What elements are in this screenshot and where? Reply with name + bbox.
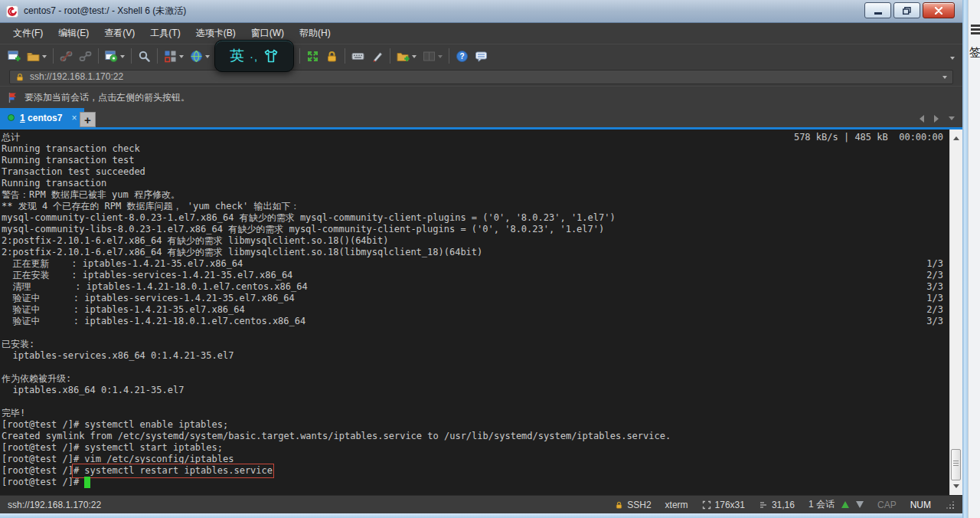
chevron-down-icon [412,55,416,61]
fullscreen-icon [306,50,319,63]
search-icon [138,50,151,63]
properties-icon [105,50,118,63]
scrollbar-thumb[interactable] [951,449,961,480]
ime-skin-icon[interactable] [263,48,279,64]
scroll-to-top-button[interactable] [841,501,849,508]
tiles-icon [164,50,177,63]
globe-icon [190,50,203,63]
window-controls [864,2,955,18]
arrange-windows-button[interactable] [161,46,187,66]
scroll-to-bottom-button[interactable] [856,501,864,508]
disconnect-icon [60,50,73,63]
layout-button[interactable] [420,46,446,66]
tab-label: centos7 [28,113,62,123]
help-button[interactable]: ? [452,46,472,66]
new-tab-button[interactable]: + [80,112,96,127]
status-bar: ssh://192.168.1.170:22 SSH2 xterm 176x31… [0,495,962,513]
scroll-down-icon[interactable] [953,484,959,491]
terminal-line: [root@test /]# systemctl start iptables; [2,442,946,454]
resize-icon [702,500,711,510]
close-button[interactable] [923,2,955,18]
chevron-down-icon [42,55,47,61]
screen: centos7 - root@test:/ - Xshell 6 (未激活) 文… [0,0,980,518]
terminal-scrollbar[interactable] [949,130,962,495]
restore-icon [903,7,911,15]
toolbar: ? [0,44,962,67]
web-browser-button[interactable] [187,46,213,66]
chevron-down-icon [438,55,443,61]
terminal-line: 警告：RPM 数据库已被非 yum 程序修改。 [2,189,946,201]
layout-icon [423,50,436,63]
new-session-button[interactable] [5,46,24,66]
svg-text:?: ? [459,52,464,61]
terminal-line [2,362,946,373]
terminal-line [2,327,946,339]
terminal-line: ** 发现 4 个已存在的 RPM 数据库问题， 'yum check' 输出如… [2,201,946,212]
disconnect-button[interactable] [57,46,76,66]
terminal-line: Created symlink from /etc/systemd/system… [2,431,946,442]
tab-centos7[interactable]: 1 centos7 × [0,108,84,127]
terminal-line: 验证中 : iptables-1.4.21-18.0.1.el7.centos.… [2,316,946,327]
address-bar[interactable]: ssh://192.168.1.170:22 [9,70,953,84]
terminal-line: 已安装: [2,339,946,350]
menu-tools[interactable]: 工具(T) [143,24,187,43]
info-bar: 要添加当前会话，点击左侧的箭头按钮。 [0,86,962,108]
folder-plus-icon [397,50,410,63]
terminal-line: 验证中 : iptables-services-1.4.21-35.el7.x8… [2,293,946,304]
desktop-sliver: 签 [968,0,980,518]
window-bottom-border [0,513,962,518]
tab-close-button[interactable]: × [71,113,77,123]
tab-list-button[interactable] [949,116,955,123]
desktop-edge: 签 [962,0,980,518]
address-value: ssh://192.168.1.170:22 [30,71,123,82]
open-session-button[interactable] [24,46,50,66]
new-session-icon [8,50,21,63]
virtual-keyboard-button[interactable] [348,46,368,66]
menu-view[interactable]: 查看(V) [97,24,142,43]
terminal-line: Transaction test succeeded [2,166,946,178]
menu-file[interactable]: 文件(F) [6,24,50,43]
highlight-button[interactable] [368,46,387,66]
tab-bar: 1 centos7 × + [0,108,962,130]
terminal[interactable]: 总计578 kB/s | 485 kB 00:00:00Running tran… [0,130,962,495]
terminal-line: 清理 : iptables-1.4.21-18.0.1.el7.centos.x… [2,281,946,293]
toolbar-overflow-button[interactable] [950,57,955,62]
pen-icon [371,50,384,63]
terminal-line: 验证中 : iptables-1.4.21-35.el7.x86_642/3 [2,304,946,316]
menu-help[interactable]: 帮助(H) [292,24,338,43]
reconnect-button[interactable] [76,46,95,66]
terminal-output: 总计578 kB/s | 485 kB 00:00:00Running tran… [0,130,946,488]
session-properties-button[interactable] [102,46,128,66]
feedback-button[interactable] [472,46,491,66]
status-right: SSH2 xterm 176x31 31,16 1 会话 CAP NUM [608,498,955,511]
terminal-line: [root@test /]# [2,477,946,488]
terminal-line: 正在更新 : iptables-1.4.21-35.el7.x86_641/3 [2,258,946,270]
minimize-button[interactable] [864,2,891,18]
toolbar-separator [390,48,390,64]
caps-lock-indicator: CAP [877,500,897,510]
tab-scroll-left-button[interactable] [920,115,924,123]
address-dropdown-button[interactable] [942,76,947,81]
ime-punctuation-indicator[interactable]: ·, [250,50,258,63]
full-screen-button[interactable] [303,46,322,66]
terminal-line: Running transaction test [2,155,946,166]
restore-button[interactable] [893,2,920,18]
lock-icon [615,500,623,510]
chevron-down-icon [120,55,125,61]
menu-edit[interactable]: 编辑(E) [51,24,96,43]
terminal-line: 正在安装 : iptables-services-1.4.21-35.el7.x… [2,270,946,281]
terminal-line: [root@test /]# systemctl enable iptables… [2,419,946,431]
ime-popup[interactable]: 英 ·, [214,40,294,72]
flag-icon[interactable] [8,92,18,103]
lock-screen-button[interactable] [322,46,341,66]
help-icon: ? [456,50,469,63]
terminal-line: 作为依赖被升级: [2,373,946,385]
new-file-button[interactable] [394,46,420,66]
desktop-partial-glyph: 签 [969,45,980,60]
resize-grip[interactable] [946,500,955,510]
address-row: ssh://192.168.1.170:22 [0,67,962,86]
scroll-up-icon[interactable] [953,133,959,140]
ime-mode-indicator[interactable]: 英 [230,46,244,66]
find-button[interactable] [135,46,154,66]
tab-scroll-right-button[interactable] [934,115,939,123]
